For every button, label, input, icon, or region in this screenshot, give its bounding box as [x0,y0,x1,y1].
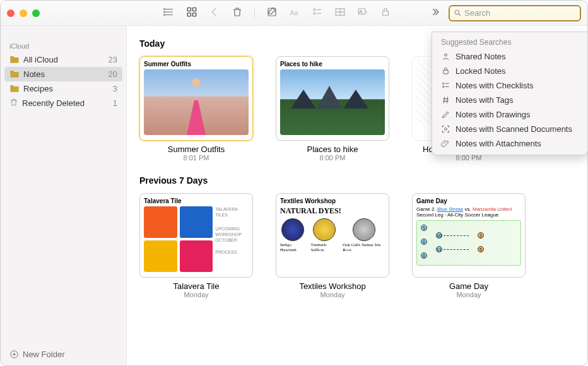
sidebar: iCloud All iCloud 23 Notes 20 Recipes 3 … [1,26,127,365]
hashtag-icon [441,95,450,105]
table-button[interactable] [334,6,346,20]
svg-point-5 [164,14,165,15]
note-thumbnail-image: Game 2. Blue Streak vs. Manzanita United… [416,206,521,278]
svg-rect-6 [187,8,191,11]
checklist-button[interactable] [312,6,323,20]
svg-point-4 [164,11,165,13]
folder-icon [9,83,20,94]
close-window-button[interactable] [7,9,15,17]
svg-rect-8 [187,13,191,16]
suggestion-scanned[interactable]: Notes with Scanned Documents [432,122,587,136]
svg-line-35 [444,97,444,103]
svg-point-12 [314,8,315,10]
folder-icon [9,69,20,80]
suggestion-attachments[interactable]: Notes with Attachments [432,136,587,151]
trash-icon [9,98,18,109]
back-button[interactable] [209,6,220,20]
svg-rect-21 [383,11,389,15]
search-icon [454,9,462,17]
suggestion-locked-notes[interactable]: Locked Notes [432,64,587,78]
paperclip-icon [441,139,450,148]
suggestion-checklists[interactable]: Notes with Checklists [432,78,587,93]
note-card[interactable]: Summer Outfits Summer Outfits 8:01 PM [139,56,253,162]
note-thumbnail-image [280,69,385,135]
note-thumbnail-image: TALAVERA TILESUPCOMING WORKSHOPOCTOBERPR… [144,206,249,272]
delete-button[interactable] [232,6,243,20]
note-thumbnail-image: NATURAL DYES! Indigo Hyacinth Turmeric S… [280,206,385,278]
note-card[interactable]: Places to hike Places to hike 8:00 PM [276,56,389,162]
svg-rect-7 [193,8,196,11]
svg-point-14 [314,12,315,14]
sidebar-item-recipes[interactable]: Recipes 3 [1,81,126,96]
format-button[interactable]: Aa [289,6,300,20]
svg-point-37 [445,128,447,131]
gallery-view-button[interactable] [186,6,197,20]
svg-rect-9 [193,13,196,16]
svg-rect-28 [444,70,449,74]
section-title-prev7: Previous 7 Days [139,175,575,186]
svg-point-31 [443,86,445,88]
window-controls [7,9,40,17]
scan-icon [441,124,450,134]
search-suggestions-popover: Suggested Searches Shared Notes Locked N… [432,32,588,155]
sidebar-section-header: iCloud [1,26,126,52]
note-card[interactable]: Talavera Tile TALAVERA TILESUPCOMING WOR… [139,193,253,298]
note-card[interactable]: Game Day Game 2. Blue Streak vs. Manzani… [412,193,526,298]
new-folder-button[interactable]: New Folder [1,343,126,365]
media-button[interactable] [357,6,368,20]
suggestion-shared-notes[interactable]: Shared Notes [432,49,587,64]
svg-point-29 [443,83,445,85]
note-card[interactable]: Textiles Workshop NATURAL DYES! Indigo H… [276,193,389,298]
search-input[interactable]: Search [449,5,581,21]
toolbar-overflow-button[interactable] [430,7,440,20]
plus-circle-icon [9,350,19,359]
svg-text:Aa: Aa [290,8,298,16]
lock-icon [441,66,450,76]
shared-icon [441,52,450,61]
sidebar-item-recently-deleted[interactable]: Recently Deleted 1 [1,96,126,110]
titlebar: Aa Search [1,1,587,26]
new-note-button[interactable] [266,6,278,20]
svg-line-23 [459,14,461,16]
suggestion-tags[interactable]: Notes with Tags [432,93,587,107]
svg-line-36 [447,97,447,103]
sidebar-item-all-icloud[interactable]: All iCloud 23 [1,52,126,67]
popover-header: Suggested Searches [432,36,587,49]
pencil-icon [441,110,450,119]
lock-button[interactable] [380,6,391,20]
zoom-window-button[interactable] [32,9,40,17]
note-thumbnail-image [144,69,249,135]
svg-point-22 [455,10,459,15]
suggestion-drawings[interactable]: Notes with Drawings [432,107,587,122]
checklist-icon [441,81,450,90]
minimize-window-button[interactable] [20,9,27,17]
svg-point-3 [164,8,165,9]
sidebar-item-notes[interactable]: Notes 20 [4,67,122,81]
search-placeholder: Search [464,8,490,18]
svg-point-27 [445,54,447,56]
list-view-button[interactable] [163,6,175,20]
folder-icon [9,54,20,65]
